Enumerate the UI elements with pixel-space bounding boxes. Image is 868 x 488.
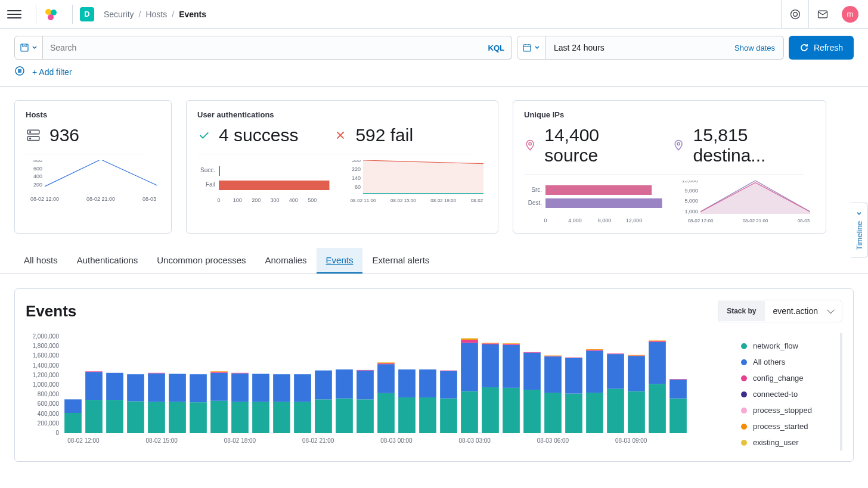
help-icon[interactable] [781,0,808,29]
refresh-button[interactable]: Refresh [789,36,854,60]
svg-text:2,000,000: 2,000,000 [33,333,60,340]
breadcrumb: Security / Hosts / Events [104,10,206,19]
svg-text:500: 500 [308,197,317,203]
legend-label: network_flow [753,341,798,350]
tab-authentications[interactable]: Authentications [67,248,148,273]
legend-item[interactable]: All others [741,354,840,370]
svg-text:08-03 06:00: 08-03 06:00 [142,196,157,202]
svg-text:1,000: 1,000 [684,209,698,215]
svg-rect-149 [649,342,666,384]
svg-rect-111 [440,399,457,433]
svg-rect-85 [210,371,228,372]
svg-rect-68 [85,400,103,433]
svg-rect-74 [127,374,144,401]
svg-rect-126 [503,343,520,344]
svg-rect-103 [377,364,395,393]
svg-rect-5 [818,11,827,18]
svg-text:9,000: 9,000 [684,188,698,194]
saved-query-menu[interactable] [14,36,43,60]
legend-dot [741,440,747,446]
svg-text:300: 300 [270,197,279,203]
svg-rect-73 [127,402,144,433]
svg-rect-137 [586,393,603,433]
date-range-label: Last 24 hours [554,43,604,52]
svg-text:8,000: 8,000 [598,217,612,223]
svg-text:400: 400 [289,197,298,203]
tab-events[interactable]: Events [317,248,363,273]
svg-rect-70 [85,371,103,372]
stack-by-select[interactable]: event.action [765,300,842,322]
legend-item[interactable]: existing_user [741,434,840,450]
svg-rect-127 [523,390,541,433]
svg-rect-23 [219,181,329,190]
refresh-label: Refresh [814,43,843,52]
svg-rect-128 [523,353,541,390]
breadcrumb-item[interactable]: Hosts [145,10,167,19]
card-title: Hosts [26,110,160,119]
svg-rect-75 [148,402,165,433]
svg-text:1,600,000: 1,600,000 [33,352,60,359]
hosts-sparkline: 20040060080008-02 12:0008-02 21:0008-03 … [26,160,157,202]
svg-text:08-02 18:00: 08-02 18:00 [224,437,256,444]
svg-text:08-02 19:00: 08-02 19:00 [430,198,456,203]
tab-all-hosts[interactable]: All hosts [14,248,67,273]
elastic-logo[interactable] [44,7,58,21]
breadcrumb-item[interactable]: Security [104,10,134,19]
date-picker[interactable]: Last 24 hours Show dates [545,36,784,60]
svg-text:Src.: Src. [531,187,542,193]
filter-options-icon[interactable] [14,66,25,78]
legend-label: connected-to [753,390,798,399]
svg-text:08-02 11:00: 08-02 11:00 [351,198,376,203]
menu-toggle[interactable] [7,7,21,21]
svg-rect-130 [544,393,562,433]
kql-toggle[interactable]: KQL [488,43,504,52]
svg-rect-94 [294,374,311,402]
svg-rect-154 [669,379,687,380]
svg-rect-114 [461,391,478,433]
svg-rect-78 [169,402,186,433]
svg-point-3 [790,10,799,18]
svg-rect-134 [565,394,582,433]
cross-icon [334,129,347,142]
timeline-flyout-toggle[interactable]: Timeline [851,203,868,258]
svg-rect-67 [64,399,82,413]
svg-rect-153 [669,380,687,399]
show-dates-link[interactable]: Show dates [734,43,775,52]
svg-rect-113 [440,371,457,371]
legend-item[interactable]: process_stopped [741,402,840,418]
query-bar: KQL Last 24 hours Show dates Refresh [0,29,868,60]
svg-rect-151 [649,340,666,341]
avatar[interactable]: m [842,6,858,23]
svg-rect-143 [607,353,624,354]
legend-item[interactable]: config_change [741,370,840,386]
legend-item[interactable]: network_flow [741,338,840,354]
svg-rect-144 [628,391,645,433]
search-input[interactable] [50,43,488,52]
svg-rect-96 [315,371,332,400]
svg-rect-108 [398,369,416,397]
newsfeed-icon[interactable] [808,0,836,29]
svg-rect-146 [628,356,645,356]
svg-rect-79 [169,374,186,402]
svg-rect-116 [461,340,478,343]
legend-item[interactable]: process_started [741,418,840,434]
ips-card: Unique IPs 14,400 source 15,815 destina.… [513,100,826,234]
svg-rect-117 [461,339,478,340]
tab-uncommon-processes[interactable]: Uncommon processes [147,248,255,273]
svg-rect-104 [377,363,395,365]
date-quick-menu[interactable] [517,36,545,60]
svg-text:08-03 09:00: 08-03 09:00 [615,437,647,444]
svg-rect-41 [545,185,652,195]
svg-rect-115 [461,343,478,391]
add-filter-link[interactable]: + Add filter [32,67,72,77]
svg-rect-71 [106,400,123,433]
space-selector[interactable]: D [80,7,94,21]
legend-item[interactable]: connected-to [741,386,840,402]
topbar: D Security / Hosts / Events m [0,0,868,29]
svg-text:0: 0 [544,217,547,223]
svg-rect-122 [482,343,499,344]
svg-text:140: 140 [352,175,361,181]
tab-external-alerts[interactable]: External alerts [362,248,439,273]
legend-label: existing_user [753,438,799,447]
tab-anomalies[interactable]: Anomalies [256,248,317,273]
